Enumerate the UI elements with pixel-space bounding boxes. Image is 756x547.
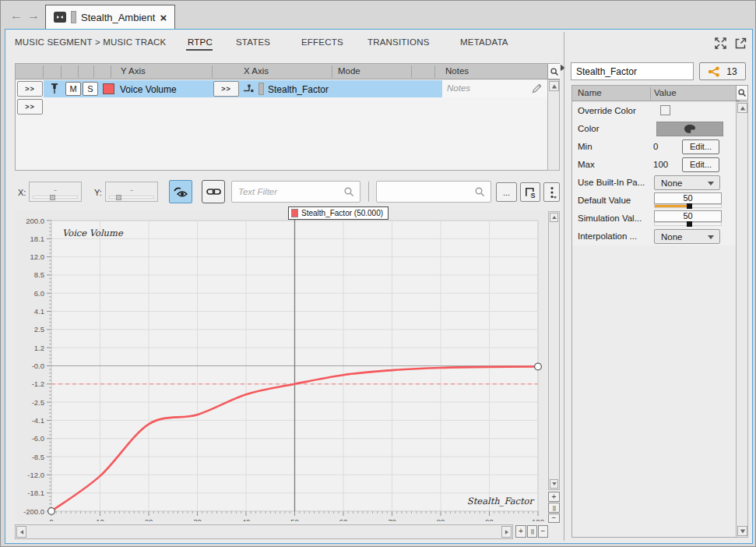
pencil-icon[interactable] xyxy=(531,83,543,94)
properties-scrollbar[interactable] xyxy=(736,101,748,538)
prop-row-simulation-value: Simulation Val... 50 xyxy=(572,210,739,228)
y-axis-property[interactable]: Voice Volume xyxy=(120,84,177,95)
forward-icon[interactable]: → xyxy=(27,9,40,23)
svg-text:40: 40 xyxy=(242,517,251,521)
solo-button[interactable]: S xyxy=(83,82,98,96)
parameter-name-input[interactable] xyxy=(571,62,694,80)
default-value-input[interactable]: 50 xyxy=(654,192,722,204)
properties-search-icon[interactable] xyxy=(736,85,748,101)
tab-metadata[interactable]: METADATA xyxy=(460,37,508,47)
simulation-value-input[interactable]: 50 xyxy=(654,210,722,222)
max-edit-button[interactable]: Edit... xyxy=(682,157,719,172)
prop-row-interpolation: Interpolation ... None xyxy=(572,228,739,245)
svg-text:20: 20 xyxy=(145,517,153,521)
graph-zoom-in-button[interactable]: + xyxy=(548,492,560,502)
col-name: Name xyxy=(578,88,602,97)
tooltip-color-swatch xyxy=(291,209,298,217)
svg-text:Stealth_Factor: Stealth_Factor xyxy=(467,496,535,506)
list-scroll-up-icon[interactable] xyxy=(549,81,559,91)
x-coord-label: X: xyxy=(18,188,26,197)
hgraph-zoom-in-button[interactable]: + xyxy=(515,525,526,538)
graph-vscrollbar[interactable] xyxy=(548,211,560,490)
search-icon xyxy=(474,186,485,197)
document-tab[interactable]: Stealth_Ambient × xyxy=(45,5,175,29)
rtpc-parameter-icon xyxy=(244,84,255,94)
graph-zoom-out-button[interactable]: − xyxy=(548,513,560,523)
graph-scroll-right-icon[interactable] xyxy=(501,526,512,538)
maximize-view-icon[interactable] xyxy=(714,37,727,50)
tab-title: Stealth_Ambient xyxy=(81,12,155,23)
x-coord-input[interactable]: - xyxy=(29,182,82,202)
properties-scroll-down-icon[interactable] xyxy=(737,526,747,536)
open-external-icon[interactable] xyxy=(734,37,747,50)
tab-states[interactable]: STATES xyxy=(236,37,270,47)
close-tab-icon[interactable]: × xyxy=(160,12,167,23)
hgraph-zoom-fit-button[interactable]: |:| xyxy=(527,525,537,538)
svg-text:8.5: 8.5 xyxy=(34,270,44,279)
override-color-checkbox[interactable] xyxy=(660,105,670,115)
svg-text:10: 10 xyxy=(96,517,104,521)
tooltip-text: Stealth_Factor (50.000) xyxy=(301,209,383,217)
default-value-slider[interactable] xyxy=(654,204,722,208)
tab-effects[interactable]: EFFECTS xyxy=(301,37,343,47)
tab-transitions[interactable]: TRANSITIONS xyxy=(367,37,430,47)
list-scrollbar[interactable] xyxy=(547,79,560,171)
splitter-collapse-icon[interactable] xyxy=(561,65,565,71)
properties-scroll-up-icon[interactable] xyxy=(737,103,747,113)
list-search-icon[interactable] xyxy=(547,64,560,79)
graph-scroll-left-icon[interactable] xyxy=(16,526,26,538)
simulation-value-slider[interactable] xyxy=(654,222,722,226)
svg-text:Voice Volume: Voice Volume xyxy=(62,228,124,238)
slider-handle[interactable] xyxy=(687,221,692,227)
svg-text:-2.5: -2.5 xyxy=(32,398,44,407)
interpolation-dropdown[interactable]: None xyxy=(654,229,720,244)
pin-icon[interactable] xyxy=(50,83,59,94)
link-icon xyxy=(206,187,221,196)
color-bar xyxy=(71,11,76,23)
x-mini-slider-handle[interactable] xyxy=(50,195,55,200)
breadcrumb: MUSIC SEGMENT > MUSIC TRACK xyxy=(15,37,166,47)
graph-zoom-fit-button[interactable]: |:| xyxy=(548,503,560,513)
y-mini-slider[interactable] xyxy=(109,196,154,199)
y-coord-label: Y: xyxy=(94,188,102,197)
graph-scroll-up-icon[interactable] xyxy=(550,213,558,222)
references-button[interactable]: 13 xyxy=(699,62,746,80)
x-mini-slider[interactable] xyxy=(33,196,78,199)
segment-icon xyxy=(54,12,66,23)
x-axis-parameter[interactable]: Stealth_Factor xyxy=(268,84,329,95)
color-picker-button[interactable] xyxy=(656,122,723,136)
col-y-axis: Y Axis xyxy=(121,66,146,76)
panel-splitter[interactable] xyxy=(564,32,564,541)
mute-button[interactable]: M xyxy=(65,82,81,96)
slider-handle[interactable] xyxy=(687,203,692,209)
y-coord-input[interactable]: - xyxy=(105,182,158,202)
svg-text:S: S xyxy=(530,191,535,198)
y-mini-slider-handle[interactable] xyxy=(116,195,121,200)
rtpc-curve-graph[interactable]: 200.018.112.08.56.04.12.51.2-0.0-1.2-2.5… xyxy=(15,210,547,521)
chevron-down-icon xyxy=(708,235,714,239)
graph-scroll-down-icon[interactable] xyxy=(550,479,558,489)
tab-rtpc[interactable]: RTPC xyxy=(188,37,213,47)
menu-kebab-button[interactable] xyxy=(543,182,560,202)
text-filter-input[interactable] xyxy=(231,181,360,203)
show-curves-button[interactable] xyxy=(169,180,192,203)
notes-cell[interactable]: Notes xyxy=(442,80,547,97)
min-edit-button[interactable]: Edit... xyxy=(682,139,719,154)
link-button[interactable] xyxy=(202,180,225,203)
notes-placeholder: Notes xyxy=(447,83,470,93)
ref-count: 13 xyxy=(726,66,737,77)
row-expand-button[interactable]: >> xyxy=(17,81,43,97)
builtin-param-dropdown[interactable]: None xyxy=(654,175,720,190)
more-options-button[interactable]: ... xyxy=(496,182,517,202)
back-icon[interactable]: ← xyxy=(10,9,23,23)
hgraph-zoom-out-button[interactable]: − xyxy=(538,525,548,538)
game-sync-monitor-button[interactable]: S xyxy=(520,182,540,202)
graph-hscrollbar[interactable] xyxy=(15,524,513,539)
x-axis-expand-button[interactable]: >> xyxy=(213,81,239,97)
curve-color-swatch[interactable] xyxy=(103,83,114,94)
svg-text:6.0: 6.0 xyxy=(34,289,44,298)
filter-search-icon xyxy=(343,186,354,197)
add-rtpc-button[interactable]: >> xyxy=(17,99,43,115)
svg-text:200.0: 200.0 xyxy=(26,217,44,225)
svg-text:-4.1: -4.1 xyxy=(32,416,44,425)
